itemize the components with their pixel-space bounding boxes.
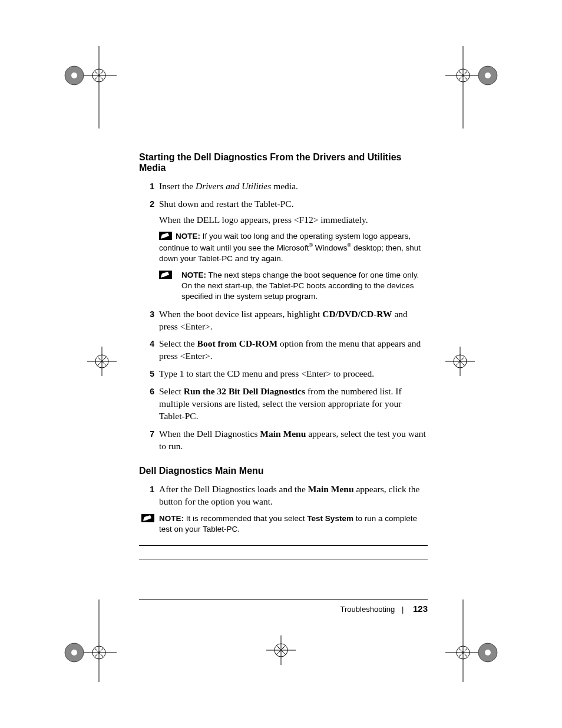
note-pencil-icon — [159, 271, 172, 279]
step-subtext: When the DELL logo appears, press <F12> … — [159, 214, 428, 226]
step-number: 7 — [143, 428, 154, 440]
footer-section: Troubleshooting — [340, 605, 395, 614]
step-item: 4 Select the Boot from CD-ROM option fro… — [139, 338, 428, 363]
registration-mark-icon — [266, 635, 296, 665]
step-number: 4 — [143, 338, 154, 350]
note-block: NOTE: If you wait too long and the opera… — [159, 231, 428, 264]
horizontal-rule — [139, 559, 428, 559]
note-label: NOTE: — [176, 232, 200, 241]
note-block: NOTE: The next steps change the boot seq… — [159, 270, 428, 302]
section: Dell Diagnostics Main Menu 1 After the D… — [139, 466, 428, 600]
ordered-steps: 1 After the Dell Diagnostics loads and t… — [139, 483, 428, 508]
step-text: Select Run the 32 Bit Dell Diagnostics f… — [159, 386, 402, 421]
registration-mark-icon — [445, 46, 510, 129]
svg-point-15 — [485, 73, 491, 78]
registration-mark-icon — [445, 347, 475, 376]
svg-point-7 — [71, 73, 77, 78]
registration-mark-icon — [52, 599, 117, 682]
step-item: 1 Insert the Drivers and Utilities media… — [139, 180, 428, 193]
step-text: Shut down and restart the Tablet-PC. — [159, 199, 294, 209]
svg-point-38 — [71, 650, 77, 655]
ordered-steps: 1 Insert the Drivers and Utilities media… — [139, 180, 428, 453]
svg-point-46 — [485, 650, 491, 655]
registration-mark-icon — [52, 46, 117, 129]
step-text: Type 1 to start the CD menu and press <E… — [159, 368, 374, 378]
step-item: 2 Shut down and restart the Tablet-PC. W… — [139, 198, 428, 302]
note-label: NOTE: — [159, 514, 184, 523]
step-item: 6 Select Run the 32 Bit Dell Diagnostics… — [139, 386, 428, 423]
step-text: Insert the Drivers and Utilities media. — [159, 181, 298, 191]
page-footer: Troubleshooting | 123 — [340, 604, 428, 614]
step-number: 1 — [143, 483, 154, 496]
note-pencil-icon — [159, 232, 172, 240]
step-text: When the boot device list appears, highl… — [159, 309, 408, 331]
page-content: Starting the Dell Diagnostics From the D… — [139, 152, 428, 600]
note-label: NOTE: — [181, 271, 206, 279]
note-block: NOTE: It is recommended that you select … — [141, 513, 428, 535]
step-text: Select the Boot from CD-ROM option from … — [159, 338, 421, 361]
step-item: 1 After the Dell Diagnostics loads and t… — [139, 483, 428, 508]
step-number: 2 — [143, 198, 154, 210]
step-text: When the Dell Diagnostics Main Menu appe… — [159, 429, 426, 451]
horizontal-rule — [139, 545, 428, 546]
step-item: 7 When the Dell Diagnostics Main Menu ap… — [139, 428, 428, 453]
step-text: After the Dell Diagnostics loads and the… — [159, 484, 420, 506]
page: Starting the Dell Diagnostics From the D… — [0, 0, 562, 728]
step-item: 3 When the boot device list appears, hig… — [139, 308, 428, 333]
page-number: 123 — [413, 604, 428, 614]
step-number: 6 — [143, 386, 154, 398]
registration-mark-icon — [445, 599, 510, 682]
horizontal-rule — [139, 599, 428, 600]
step-number: 5 — [143, 368, 154, 380]
note-pencil-icon — [141, 514, 154, 522]
step-number: 1 — [143, 180, 154, 193]
step-item: 5 Type 1 to start the CD menu and press … — [139, 368, 428, 380]
table-placeholder — [139, 545, 428, 600]
footer-separator: | — [402, 605, 404, 614]
registration-mark-icon — [87, 347, 117, 376]
step-number: 3 — [143, 308, 154, 321]
section-heading: Dell Diagnostics Main Menu — [139, 466, 428, 476]
section-heading: Starting the Dell Diagnostics From the D… — [139, 152, 428, 173]
